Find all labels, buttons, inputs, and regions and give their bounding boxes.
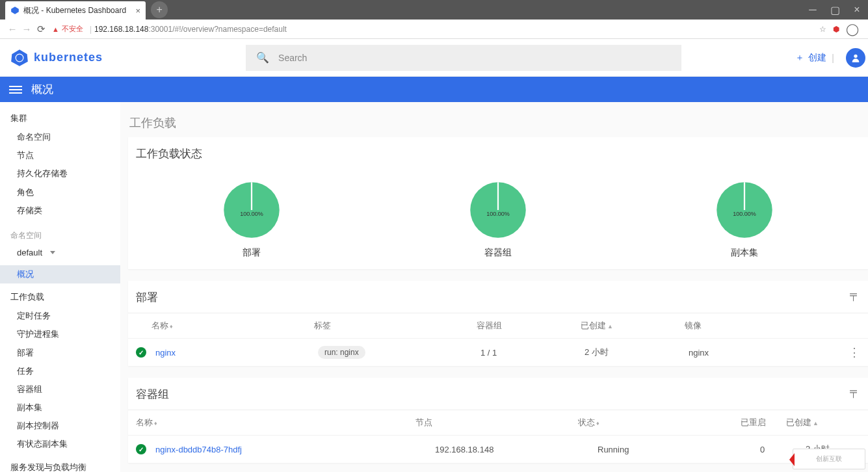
svg-text:100.00%: 100.00% [486, 211, 510, 217]
search-icon: 🔍 [256, 51, 269, 64]
table-row: nginx run: nginx 1 / 1 2 小时 nginx ⋮ [128, 338, 868, 366]
main-content: 工作负载 工作负载状态 100.00% 部署 100.00% 容器组 100.0… [120, 102, 868, 472]
sidebar-item-roles[interactable]: 角色 [0, 183, 120, 202]
status-ok-icon [136, 444, 146, 454]
section-workloads-title: 工作负载 [129, 115, 868, 131]
filter-icon[interactable]: 〒 [849, 387, 860, 402]
label-pill: run: nginx [318, 346, 365, 359]
sidebar-item-replicasets[interactable]: 副本集 [0, 399, 120, 417]
sidebar-item-deployments[interactable]: 部署 [0, 344, 120, 362]
page-title: 概况 [31, 82, 53, 97]
sidebar-item-daemonsets[interactable]: 守护进程集 [0, 325, 120, 343]
sort-icon[interactable]: ♦ [154, 420, 157, 426]
sidebar-section-namespace: 命名空间 [0, 226, 120, 245]
window-minimize-button[interactable]: ─ [802, 0, 824, 20]
watermark: 创新互联 [793, 449, 865, 469]
plus-icon: ＋ [795, 52, 804, 64]
pie-replicasets: 100.00% 副本集 [715, 181, 774, 259]
sidebar-item-rc[interactable]: 副本控制器 [0, 417, 120, 435]
window-maximize-button[interactable]: ▢ [824, 0, 846, 20]
sidebar-item-storageclass[interactable]: 存储类 [0, 202, 120, 220]
card-title: 工作负载状态 [136, 146, 202, 161]
chevron-down-icon [50, 251, 55, 254]
svg-point-3 [854, 54, 857, 57]
new-tab-button[interactable]: + [151, 1, 168, 18]
sidebar-section-discovery: 服务发现与负载均衡 [0, 458, 120, 472]
sort-icon[interactable]: ▲ [607, 323, 613, 330]
bookmark-star-icon[interactable]: ☆ [819, 25, 826, 34]
url-input[interactable]: 192.168.18.148:30001/#!/overview?namespa… [94, 25, 819, 34]
profile-avatar-icon[interactable]: ◯ [846, 22, 859, 36]
deployment-link[interactable]: nginx [155, 348, 318, 358]
sidebar-item-namespaces[interactable]: 命名空间 [0, 128, 120, 146]
sort-icon[interactable]: ♦ [170, 323, 173, 330]
pie-pods: 100.00% 容器组 [469, 181, 527, 259]
brand-logo[interactable]: kubernetes [10, 49, 103, 67]
svg-marker-1 [11, 49, 28, 66]
create-button[interactable]: ＋ 创建 [795, 52, 826, 64]
app-header: kubernetes 🔍 Search ＋ 创建 | [0, 39, 868, 77]
svg-text:100.00%: 100.00% [240, 211, 263, 217]
deployments-card: 部署 〒 名称♦ 标签 容器组 已创建▲ 镜像 nginx run: nginx… [128, 281, 868, 366]
user-icon [850, 53, 861, 63]
pie-deployments: 100.00% 部署 [222, 181, 281, 259]
close-tab-icon[interactable]: × [136, 6, 141, 16]
adblock-shield-icon[interactable]: ⬢ [833, 25, 839, 34]
sidebar-section-cluster: 集群 [0, 109, 120, 128]
table-row: nginx-dbddb74b8-7hdfj 192.168.18.148 Run… [128, 435, 868, 463]
sidebar-item-statefulsets[interactable]: 有状态副本集 [0, 435, 120, 453]
table-header: 名称♦ 节点 状态♦ 已重启 已创建▲ [128, 410, 868, 435]
row-actions-button[interactable]: ⋮ [848, 346, 860, 359]
pie-chart-icon: 100.00% [469, 181, 527, 239]
browser-toolbar: ← → ⟳ ▲ 不安全 | 192.168.18.148:30001/#!/ov… [0, 20, 868, 39]
sort-icon[interactable]: ▲ [813, 420, 819, 426]
pie-chart-icon: 100.00% [715, 181, 774, 239]
nav-back-button[interactable]: ← [5, 23, 20, 34]
window-close-button[interactable]: × [846, 0, 868, 20]
sidebar-section-workloads: 工作负载 [0, 287, 120, 307]
menu-toggle-button[interactable] [9, 86, 22, 94]
sidebar-item-pv[interactable]: 持久化存储卷 [0, 164, 120, 183]
kubernetes-logo-icon [10, 49, 29, 67]
security-warning[interactable]: ▲ 不安全 [52, 24, 83, 34]
browser-tab-strip: 概况 - Kubernetes Dashboard × + ─ ▢ × [0, 0, 868, 20]
search-input[interactable]: 🔍 Search [246, 45, 681, 71]
pods-card: 容器组 〒 名称♦ 节点 状态♦ 已重启 已创建▲ nginx-dbddb74b… [128, 378, 868, 463]
table-header: 名称♦ 标签 容器组 已创建▲ 镜像 [128, 313, 868, 338]
nav-reload-button[interactable]: ⟳ [34, 23, 48, 35]
sort-icon[interactable]: ♦ [596, 420, 599, 426]
svg-text:100.00%: 100.00% [733, 211, 757, 217]
nav-forward-button[interactable]: → [20, 23, 34, 34]
sidebar-item-cronjobs[interactable]: 定时任务 [0, 307, 120, 325]
kubernetes-favicon-icon [10, 6, 20, 15]
pod-link[interactable]: nginx-dbddb74b8-7hdfj [155, 445, 435, 454]
browser-tab[interactable]: 概况 - Kubernetes Dashboard × [5, 1, 146, 20]
user-avatar[interactable] [846, 48, 865, 68]
status-ok-icon [136, 347, 146, 358]
warning-icon: ▲ [52, 25, 59, 33]
tab-title: 概况 - Kubernetes Dashboard [23, 5, 126, 16]
card-title: 部署 [136, 290, 158, 305]
card-title: 容器组 [136, 387, 169, 402]
sidebar: 集群 命名空间 节点 持久化存储卷 角色 存储类 命名空间 default 概况… [0, 102, 120, 472]
filter-icon[interactable]: 〒 [849, 290, 860, 305]
page-title-bar: 概况 [0, 77, 868, 102]
svg-marker-0 [11, 7, 19, 14]
sidebar-item-nodes[interactable]: 节点 [0, 146, 120, 164]
namespace-select[interactable]: default [0, 245, 120, 260]
sidebar-item-overview[interactable]: 概况 [0, 265, 120, 283]
sidebar-item-pods[interactable]: 容器组 [0, 380, 120, 399]
workload-status-card: 工作负载状态 100.00% 部署 100.00% 容器组 100.00% 副本… [128, 137, 868, 269]
pie-chart-icon: 100.00% [222, 181, 281, 239]
sidebar-item-jobs[interactable]: 任务 [0, 362, 120, 380]
